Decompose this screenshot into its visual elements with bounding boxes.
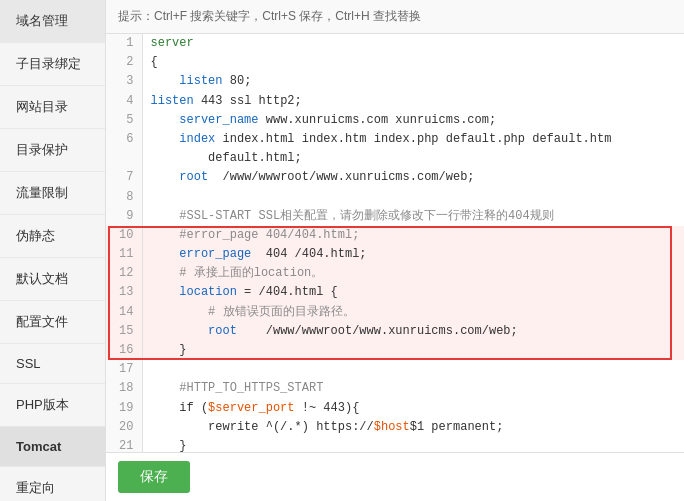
sidebar-item-default-doc[interactable]: 默认文档	[0, 258, 105, 301]
hint-text: 提示：Ctrl+F 搜索关键字，Ctrl+S 保存，Ctrl+H 查找替换	[118, 9, 421, 23]
code-line: # 承接上面的location。	[142, 264, 684, 283]
table-row: 1 server	[106, 34, 684, 53]
table-row: 2 {	[106, 53, 684, 72]
table-row: 15 root /www/wwwroot/www.xunruicms.com/w…	[106, 322, 684, 341]
table-row: 7 root /www/wwwroot/www.xunruicms.com/we…	[106, 168, 684, 187]
code-line: root /www/wwwroot/www.xunruicms.com/web;	[142, 322, 684, 341]
save-button[interactable]: 保存	[118, 461, 190, 493]
sidebar-item-dirprotect[interactable]: 目录保护	[0, 129, 105, 172]
code-line: {	[142, 53, 684, 72]
line-number: 5	[106, 111, 142, 130]
table-row: 13 location = /404.html {	[106, 283, 684, 302]
code-line: location = /404.html {	[142, 283, 684, 302]
table-row: 8	[106, 188, 684, 207]
code-line: #SSL-START SSL相关配置，请勿删除或修改下一行带注释的404规则	[142, 207, 684, 226]
line-number: 9	[106, 207, 142, 226]
code-line: rewrite ^(/.*) https://$host$1 permanent…	[142, 418, 684, 437]
line-number: 11	[106, 245, 142, 264]
line-number: 15	[106, 322, 142, 341]
code-line: server	[142, 34, 684, 53]
sidebar-item-tomcat[interactable]: Tomcat	[0, 427, 105, 467]
table-row: 14 # 放错误页面的目录路径。	[106, 303, 684, 322]
code-line: }	[142, 437, 684, 452]
code-line: # 放错误页面的目录路径。	[142, 303, 684, 322]
line-number: 7	[106, 168, 142, 187]
line-number: 19	[106, 399, 142, 418]
table-row: 12 # 承接上面的location。	[106, 264, 684, 283]
sidebar-item-php[interactable]: PHP版本	[0, 384, 105, 427]
code-table: 1 server 2 { 3 listen 80;	[106, 34, 684, 452]
table-row: 6 index index.html index.htm index.php d…	[106, 130, 684, 168]
line-number: 8	[106, 188, 142, 207]
line-number: 13	[106, 283, 142, 302]
line-number: 10	[106, 226, 142, 245]
line-number: 12	[106, 264, 142, 283]
table-row: 20 rewrite ^(/.*) https://$host$1 perman…	[106, 418, 684, 437]
sidebar-item-domain[interactable]: 域名管理	[0, 0, 105, 43]
code-line: index index.html index.htm index.php def…	[142, 130, 684, 168]
line-number: 1	[106, 34, 142, 53]
editor-wrapper: 1 server 2 { 3 listen 80;	[106, 34, 684, 452]
footer-bar: 保存	[106, 452, 684, 501]
table-row: 21 }	[106, 437, 684, 452]
sidebar-item-ssl[interactable]: SSL	[0, 344, 105, 384]
table-row: 18 #HTTP_TO_HTTPS_START	[106, 379, 684, 398]
line-number: 2	[106, 53, 142, 72]
sidebar-item-subdir[interactable]: 子目录绑定	[0, 43, 105, 86]
table-row: 11 error_page 404 /404.html;	[106, 245, 684, 264]
table-row: 17	[106, 360, 684, 379]
line-number: 21	[106, 437, 142, 452]
main-panel: 提示：Ctrl+F 搜索关键字，Ctrl+S 保存，Ctrl+H 查找替换 1 …	[106, 0, 684, 501]
code-line: root /www/wwwroot/www.xunruicms.com/web;	[142, 168, 684, 187]
sidebar-item-traffic[interactable]: 流量限制	[0, 172, 105, 215]
code-line: if ($server_port !~ 443){	[142, 399, 684, 418]
line-number: 14	[106, 303, 142, 322]
sidebar-item-rewrite[interactable]: 伪静态	[0, 215, 105, 258]
code-line: }	[142, 341, 684, 360]
line-number: 18	[106, 379, 142, 398]
sidebar-item-redirect[interactable]: 重定向	[0, 467, 105, 501]
table-row: 3 listen 80;	[106, 72, 684, 91]
table-row: 19 if ($server_port !~ 443){	[106, 399, 684, 418]
code-line	[142, 188, 684, 207]
line-number: 3	[106, 72, 142, 91]
sidebar: 域名管理 子目录绑定 网站目录 目录保护 流量限制 伪静态 默认文档 配置文件 …	[0, 0, 106, 501]
table-row: 5 server_name www.xunruicms.com xunruicm…	[106, 111, 684, 130]
line-number: 20	[106, 418, 142, 437]
code-line: listen 443 ssl http2;	[142, 92, 684, 111]
code-line	[142, 360, 684, 379]
line-number: 6	[106, 130, 142, 168]
table-row: 10 #error_page 404/404.html;	[106, 226, 684, 245]
code-line: server_name www.xunruicms.com xunruicms.…	[142, 111, 684, 130]
sidebar-item-webdir[interactable]: 网站目录	[0, 86, 105, 129]
line-number: 16	[106, 341, 142, 360]
code-line: error_page 404 /404.html;	[142, 245, 684, 264]
code-editor[interactable]: 1 server 2 { 3 listen 80;	[106, 34, 684, 452]
line-number: 17	[106, 360, 142, 379]
hint-bar: 提示：Ctrl+F 搜索关键字，Ctrl+S 保存，Ctrl+H 查找替换	[106, 0, 684, 34]
table-row: 9 #SSL-START SSL相关配置，请勿删除或修改下一行带注释的404规则	[106, 207, 684, 226]
table-row: 16 }	[106, 341, 684, 360]
code-line: #error_page 404/404.html;	[142, 226, 684, 245]
line-number: 4	[106, 92, 142, 111]
code-line: #HTTP_TO_HTTPS_START	[142, 379, 684, 398]
code-line: listen 80;	[142, 72, 684, 91]
table-row: 4 listen 443 ssl http2;	[106, 92, 684, 111]
sidebar-item-config[interactable]: 配置文件	[0, 301, 105, 344]
